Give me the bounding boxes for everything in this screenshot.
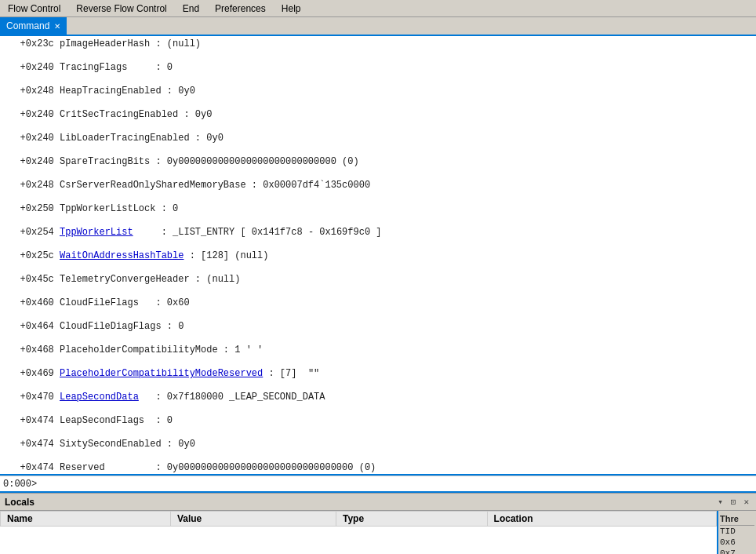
thread-tid-label: TID <box>720 526 754 537</box>
output-line: +0x474 LeapSecondFlags : 0 <box>3 414 753 427</box>
bottom-panel-header: Locals ▾ ⊡ ✕ <box>0 494 756 511</box>
panel-close-icon[interactable]: ✕ <box>741 496 751 508</box>
output-line: +0x240 TracingFlags : 0 <box>3 61 753 74</box>
command-tab[interactable]: Command ✕ <box>0 17 67 35</box>
input-prompt: 0:000> <box>3 479 37 490</box>
output-line: +0x23c pImageHeaderHash : (null) <box>3 38 753 50</box>
output-line: +0x469 PlaceholderCompatibilityModeReser… <box>3 367 753 380</box>
output-line: +0x474 Reserved : 0y00000000000000000000… <box>3 461 753 474</box>
col-name: Name <box>1 512 171 527</box>
panel-icons: ▾ ⊡ ✕ <box>715 496 751 508</box>
menu-reverse-flow-control[interactable]: Reverse Flow Control <box>68 2 174 16</box>
menu-help[interactable]: Help <box>274 2 309 16</box>
output-link[interactable]: TppWorkerList <box>60 227 133 238</box>
panel-pin-icon[interactable]: ▾ <box>715 496 725 508</box>
output-link[interactable]: PlaceholderCompatibilityModeReserved <box>60 368 263 379</box>
bottom-table: Name Value Type Location Thre TID 0x6 0x… <box>0 511 756 554</box>
col-value: Value <box>170 512 336 527</box>
output-line: +0x460 CloudFileFlags : 0x60 <box>3 297 753 309</box>
thread-panel-title: Thre <box>720 512 754 526</box>
command-output-area: +0x23c pImageHeaderHash : (null) +0x240 … <box>0 36 756 476</box>
output-line: +0x25c WaitOnAddressHashTable : [128] (n… <box>3 250 753 262</box>
tab-bar: Command ✕ <box>0 17 756 36</box>
output-line: +0x474 SixtySecondEnabled : 0y0 <box>3 438 753 450</box>
menu-flow-control[interactable]: Flow Control <box>0 2 68 16</box>
output-line: +0x240 CritSecTracingEnabled : 0y0 <box>3 108 753 121</box>
menu-preferences[interactable]: Preferences <box>207 2 274 16</box>
output-line: +0x464 CloudFileDiagFlags : 0 <box>3 320 753 333</box>
output-link[interactable]: LeapSecondData <box>60 392 139 403</box>
output-line: +0x254 TppWorkerList : _LIST_ENTRY [ 0x1… <box>3 226 753 239</box>
panel-float-icon[interactable]: ⊡ <box>729 496 739 508</box>
output-line: +0x248 CsrServerReadOnlySharedMemoryBase… <box>3 179 753 191</box>
locals-table: Name Value Type Location <box>0 511 717 527</box>
command-tab-close[interactable]: ✕ <box>54 22 60 31</box>
output-line: +0x240 SpareTracingBits : 0y000000000000… <box>3 155 753 168</box>
output-line: +0x248 HeapTracingEnabled : 0y0 <box>3 85 753 97</box>
output-line: +0x240 LibLoaderTracingEnabled : 0y0 <box>3 132 753 144</box>
locals-table-area: Name Value Type Location <box>0 511 717 554</box>
col-type: Type <box>336 512 487 527</box>
command-tab-label: Command <box>6 20 49 31</box>
bottom-panel: Locals ▾ ⊡ ✕ Name Value Type Location <box>0 493 756 554</box>
menu-bar: Flow Control Reverse Flow Control End Pr… <box>0 0 756 17</box>
output-line: +0x250 TppWorkerListLock : 0 <box>3 202 753 215</box>
output-line: +0x468 PlaceholderCompatibilityMode : 1 … <box>3 344 753 356</box>
locals-title: Locals <box>5 497 35 508</box>
output-link[interactable]: WaitOnAddressHashTable <box>60 250 184 261</box>
output-lines: +0x23c pImageHeaderHash : (null) +0x240 … <box>3 38 753 476</box>
output-line: +0x45c TelemetryConvergeHeader : (null) <box>3 273 753 286</box>
menu-end[interactable]: End <box>175 2 207 16</box>
command-input-line[interactable]: 0:000> <box>0 476 756 493</box>
command-input[interactable] <box>37 479 753 490</box>
thread-row-2[interactable]: 0x7 <box>720 548 754 554</box>
thread-row-1[interactable]: 0x6 <box>720 537 754 548</box>
thread-side-panel: Thre TID 0x6 0x7 <box>717 511 756 554</box>
output-line: +0x470 LeapSecondData : 0x7f180000 _LEAP… <box>3 391 753 403</box>
col-location: Location <box>487 512 716 527</box>
